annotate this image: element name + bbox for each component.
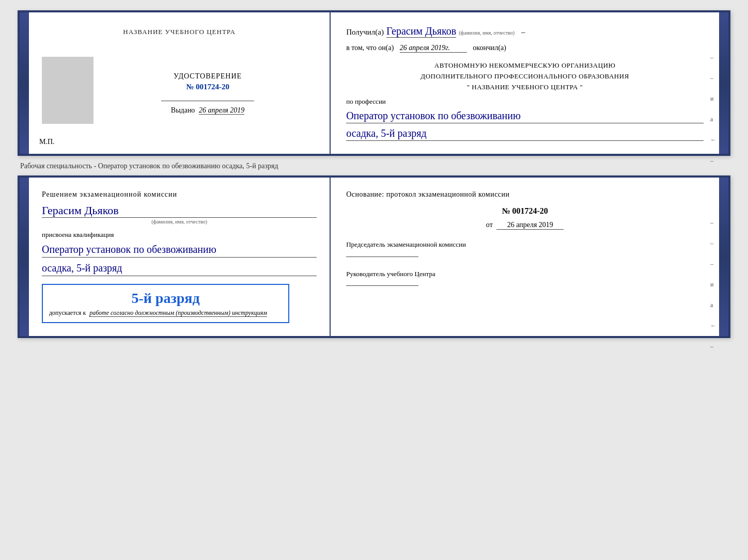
okonchil-label: окончил(а) [473,44,506,52]
poluchil-label: Получил(а) [346,28,384,37]
ot-date-value: 26 апреля 2019 [496,221,564,230]
left-spine [20,12,29,154]
predsedatel-label: Председатель экзаменационной комиссии [346,240,704,249]
vidano-row: Выдано 26 апреля 2019 [99,106,317,115]
diploma-left-panel: НАЗВАНИЕ УЧЕБНОГО ЦЕНТРА УДОСТОВЕРЕНИЕ №… [29,12,331,154]
udostoverenie-number: № 001724-20 [99,83,317,91]
exam-right-panel: Основание: протокол экзаменационной коми… [331,178,719,336]
left-spine-bottom [20,178,29,336]
po-professii-label: по профессии [346,98,704,106]
protocol-number: № 001724-20 [346,206,704,216]
dash-top: – [521,28,525,37]
block-text: АВТОНОМНУЮ НЕКОММЕРЧЕСКУЮ ОРГАНИЗАЦИЮ ДО… [346,60,704,92]
qualification-line1: Оператор установок по обезвоживанию [42,242,317,258]
vtom-prefix: в том, что он(а) [346,44,394,52]
block-line2: ДОПОЛНИТЕЛЬНОГО ПРОФЕССИОНАЛЬНОГО ОБРАЗО… [346,71,704,82]
recipient-name-top: Герасим Дьяков [386,25,456,38]
bottom-exam-card: Решением экзаменационной комиссии Гераси… [18,175,730,338]
osnovanie-text: Основание: протокол экзаменационной коми… [346,190,704,199]
document-container: НАЗВАНИЕ УЧЕБНОГО ЦЕНТРА УДОСТОВЕРЕНИЕ №… [18,10,730,338]
dopuskaetsya-text: допускается к работе согласно должностны… [49,309,282,317]
stamp-box: 5-й разряд допускается к работе согласно… [42,284,289,323]
separator-text: Рабочая специальность - Оператор установ… [18,162,730,170]
vtom-date: 26 апреля 2019г. [400,44,467,53]
profession-line1-top: Оператор установок по обезвоживанию [346,108,704,123]
left-signature-line [161,101,254,101]
rukovoditel-label: Руководитель учебного Центра [346,269,704,279]
ot-date-row: от 26 апреля 2019 [346,221,704,230]
block-line3: " НАЗВАНИЕ УЧЕБНОГО ЦЕНТРА " [346,82,704,93]
prisvoena-text: присвоена квалификация [42,231,317,239]
dopuskaetsya-prefix: допускается к [49,309,86,316]
vtom-row: в том, что он(а) 26 апреля 2019г. окончи… [346,44,704,53]
vidano-date: 26 апреля 2019 [199,106,244,115]
ot-label: от [486,221,493,229]
top-diploma-card: НАЗВАНИЕ УЧЕБНОГО ЦЕНТРА УДОСТОВЕРЕНИЕ №… [18,10,730,156]
right-spine-top [719,12,728,154]
fio-sublabel-top: (фамилия, имя, отчество) [459,30,515,36]
dopuskaetsya-value: работе согласно должностным (производств… [89,309,267,317]
udostoverenie-label: УДОСТОВЕРЕНИЕ [99,72,317,81]
right-margin-marks-bottom: – – – и а ← – – – – [710,219,716,348]
rukovoditel-sign-line [346,285,418,286]
mp-label: М.П. [39,138,55,146]
poluchil-row: Получил(а) Герасим Дьяков (фамилия, имя,… [346,25,704,38]
vidano-label: Выдано [171,106,195,114]
right-spine-bottom [719,178,728,336]
photo-placeholder [42,57,93,124]
diploma-right-panel: Получил(а) Герасим Дьяков (фамилия, имя,… [331,12,719,154]
predsedatel-sign-line [346,257,418,257]
resheniem-text: Решением экзаменационной комиссии [42,190,317,199]
exam-left-panel: Решением экзаменационной комиссии Гераси… [29,178,331,336]
stamp-rank: 5-й разряд [49,290,282,307]
fio-sublabel-exam: (фамилия, имя, отчество) [42,219,317,225]
profession-line2-top: осадка, 5-й разряд [346,126,704,141]
qualification-line2: осадка, 5-й разряд [42,260,317,276]
center-name-top: НАЗВАНИЕ УЧЕБНОГО ЦЕНТРА [123,28,235,36]
recipient-name-exam: Герасим Дьяков [42,204,317,218]
block-line1: АВТОНОМНУЮ НЕКОММЕРЧЕСКУЮ ОРГАНИЗАЦИЮ [346,60,704,71]
